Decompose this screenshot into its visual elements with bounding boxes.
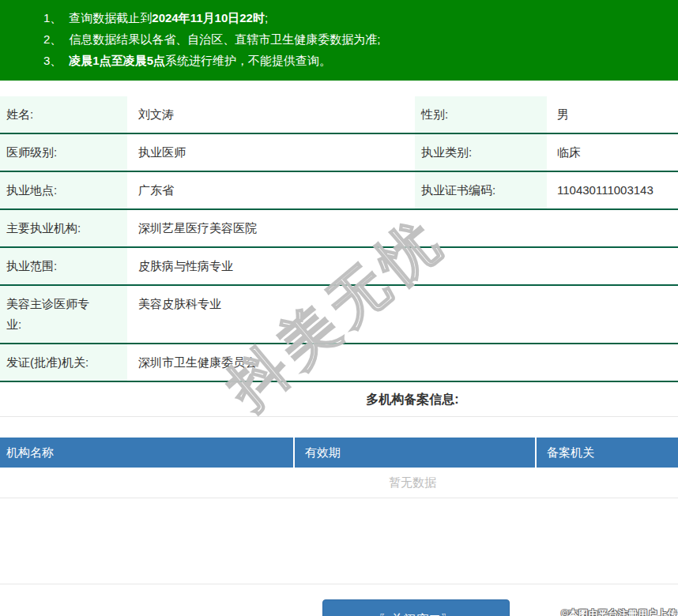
column-header-filing-authority: 备案机关 — [536, 438, 678, 468]
practice-category-value: 临床 — [547, 133, 678, 171]
certificate-number-value: 110430111003143 — [547, 171, 678, 209]
name-value: 刘文涛 — [127, 96, 415, 133]
info-row-practice-scope: 执业范围: 皮肤病与性病专业 — [0, 247, 678, 285]
close-window-button[interactable]: 〖关闭窗口〗 — [322, 599, 510, 616]
practice-category-label: 执业类别: — [415, 133, 547, 171]
column-header-institution-name: 机构名称 — [0, 438, 294, 468]
filing-table: 机构名称 有效期 备案机关 暂无数据 — [0, 438, 678, 498]
practice-location-label: 执业地点: — [0, 171, 127, 209]
notice-number: 1、 — [43, 7, 62, 28]
cosmetic-specialty-value: 美容皮肤科专业 — [127, 285, 678, 344]
issuing-authority-value: 深圳市卫生健康委员会 — [127, 344, 678, 381]
empty-data-text: 暂无数据 — [0, 468, 678, 498]
notice-line-3: 3、凌晨1点至凌晨5点系统进行维护，不能提供查询。 — [43, 50, 670, 71]
info-row-cosmetic-specialty: 美容主诊医师专业: 美容皮肤科专业 — [0, 285, 678, 344]
notice-text: 查询数据截止到 — [69, 11, 152, 24]
notice-line-2: 2、信息数据结果以各省、自治区、直辖市卫生健康委数据为准; — [43, 28, 670, 50]
doctor-level-label: 医师级别: — [0, 133, 127, 171]
filing-section: 多机构备案信息: — [0, 382, 678, 417]
doctor-level-value: 执业医师 — [127, 133, 415, 171]
notice-text-bold: 2024年11月10日22时 — [152, 11, 265, 24]
section-heading: 多机构备案信息: — [0, 392, 678, 408]
footer: 〖关闭窗口〗 ©本图由平台注册用户上传 — [0, 584, 678, 616]
column-header-validity-period: 有效期 — [294, 438, 536, 468]
issuing-authority-label: 发证(批准)机关: — [0, 344, 127, 381]
cosmetic-specialty-label: 美容主诊医师专业: — [0, 285, 127, 344]
info-row-issuing-authority: 发证(批准)机关: 深圳市卫生健康委员会 — [0, 344, 678, 381]
practice-scope-value: 皮肤病与性病专业 — [127, 247, 678, 285]
gender-value: 男 — [547, 96, 678, 133]
notice-line-1: 1、查询数据截止到2024年11月10日22时; — [43, 7, 670, 28]
notice-number: 3、 — [43, 50, 62, 71]
notice-number: 2、 — [43, 28, 62, 50]
filing-table-header-row: 机构名称 有效期 备案机关 — [0, 438, 678, 468]
main-institution-label: 主要执业机构: — [0, 209, 127, 247]
filing-empty-row: 暂无数据 — [0, 468, 678, 498]
main-institution-value: 深圳艺星医疗美容医院 — [127, 209, 678, 247]
copyright-note: ©本图由平台注册用户上传 — [561, 607, 677, 616]
practitioner-info-table: 姓名: 刘文涛 性别: 男 医师级别: 执业医师 执业类别: 临床 执业地点: … — [0, 96, 678, 382]
query-result-page: 1、查询数据截止到2024年11月10日22时; 2、信息数据结果以各省、自治区… — [0, 0, 678, 616]
notice-banner: 1、查询数据截止到2024年11月10日22时; 2、信息数据结果以各省、自治区… — [0, 0, 678, 81]
notice-text: ; — [265, 11, 268, 24]
practice-location-value: 广东省 — [127, 171, 415, 209]
certificate-number-label: 执业证书编码: — [415, 171, 547, 209]
practice-scope-label: 执业范围: — [0, 247, 127, 285]
notice-text-bold: 凌晨1点至凌晨5点 — [69, 54, 165, 67]
info-row-name-gender: 姓名: 刘文涛 性别: 男 — [0, 96, 678, 133]
gender-label: 性别: — [415, 96, 547, 133]
info-row-level-category: 医师级别: 执业医师 执业类别: 临床 — [0, 133, 678, 171]
info-row-location-certificate: 执业地点: 广东省 执业证书编码: 110430111003143 — [0, 171, 678, 209]
content-spacer — [0, 498, 678, 584]
notice-text: 信息数据结果以各省、自治区、直辖市卫生健康委数据为准; — [69, 32, 380, 46]
info-row-main-institution: 主要执业机构: 深圳艺星医疗美容医院 — [0, 209, 678, 247]
notice-text: 系统进行维护，不能提供查询。 — [165, 54, 331, 67]
name-label: 姓名: — [0, 96, 127, 133]
